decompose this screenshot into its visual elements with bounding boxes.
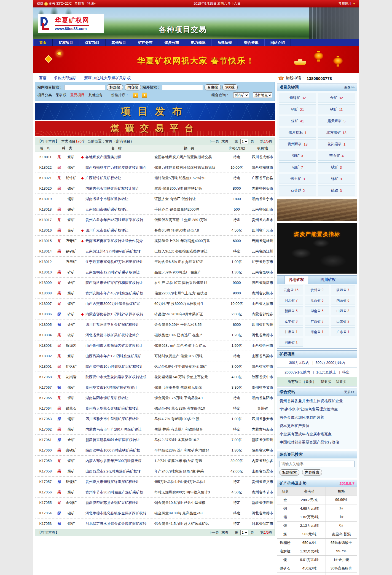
chevron-down-icon[interactable]: ▼ xyxy=(353,2,355,5)
keyword-item[interactable]: 露天煤矿 5 xyxy=(318,116,355,126)
region-item[interactable]: 甘肃省 1 xyxy=(279,327,303,336)
row-project-name[interactable]: 辽宁丹东市宽甸县67万吨石墨矿转让 xyxy=(85,259,154,264)
filter-link[interactable]: 项目分类 xyxy=(37,93,52,98)
news-item[interactable]: 资本竞逐矿产资源 xyxy=(279,422,355,430)
news-more-link[interactable]: 更多>> xyxy=(344,390,355,394)
row-project-name[interactable]: 内蒙古乌海市年产180万吨煤矿转让 xyxy=(85,427,154,432)
row-project-name[interactable]: 河北承德市隆化县银多金属矿探矿权转 xyxy=(85,511,154,516)
hot-link[interactable]: 求购大型煤矿 xyxy=(54,76,77,81)
region-item[interactable]: 新疆省 5 xyxy=(279,307,303,315)
search360-button[interactable]: 360搜 xyxy=(222,84,238,90)
region-item[interactable]: 山东省 2 xyxy=(331,317,355,326)
row-project-name[interactable]: 四川省雅安市中型铜矿探矿权转让 xyxy=(85,417,154,421)
region-item[interactable]: 陕西省 7 xyxy=(331,286,355,294)
keyword-item[interactable]: 钛矿 3 xyxy=(318,162,355,172)
row-project-name[interactable]: 陕西汉中市10万吨钼钒矿采矿权转让 xyxy=(85,364,154,369)
baidu-search-button[interactable]: 百度搜 xyxy=(205,84,221,90)
price-range-link[interactable]: 待定 xyxy=(338,370,349,375)
coal-indicator-image[interactable]: 煤炭产能置换指标 xyxy=(277,223,357,274)
row-project-name[interactable]: 山西古交市3000万吨储量焦煤矿采 xyxy=(85,301,154,306)
keyword-item[interactable]: 花岗岩矿 1 xyxy=(318,139,355,149)
tab-sichuan[interactable]: 四川矿权 xyxy=(316,276,340,284)
news-search-input[interactable] xyxy=(280,461,355,467)
nav-item[interactable]: 矿产分布 xyxy=(132,39,159,46)
row-project-name[interactable]: 贵州毕节市3亿吨煤矿探矿权转让 xyxy=(85,385,154,390)
row-project-name[interactable]: 云南省石膏矿采矿权转让或合作简介 xyxy=(85,238,154,243)
next-page-link[interactable]: 下一页 xyxy=(208,139,219,144)
page-select[interactable]: 1 xyxy=(240,139,248,144)
coal-trade-banner[interactable]: 煤礦交易平台 xyxy=(35,121,275,136)
keyword-item[interactable]: 铝土矿 3 xyxy=(279,174,316,184)
nav-item[interactable]: 其他项目 xyxy=(106,39,132,46)
content-search-button[interactable]: 内容搜 xyxy=(125,84,141,90)
row-project-name[interactable]: 云南怒江州4.3万吨锡钨矿采矿权转 xyxy=(85,249,154,254)
region-item[interactable]: 湖南省 5 xyxy=(305,307,329,315)
price-range-link[interactable]: 300万-2000万以内 xyxy=(311,360,345,365)
region-item[interactable]: 云南省 15 xyxy=(279,286,303,294)
news-item[interactable]: 中国拟对部分重要资源产品实行收储 xyxy=(279,438,355,447)
keyword-item[interactable]: 煤炭指标 1 xyxy=(279,128,316,138)
project-quick-link[interactable]: 我要买 xyxy=(321,379,331,384)
region-item[interactable]: 内蒙省 6 xyxy=(331,296,355,305)
mineral-type-select[interactable]: 所有矿 xyxy=(233,92,249,98)
open-pit-mine-image[interactable] xyxy=(277,199,357,221)
project-publish-banner[interactable]: 项目发布 xyxy=(35,103,275,120)
region-item[interactable]: 海南省 1 xyxy=(305,327,329,336)
row-project-name[interactable]: 山西吕梁市年产120万吨焦煤矿采矿 xyxy=(85,354,154,359)
keyword-item[interactable]: 钼矿 7 xyxy=(279,162,316,172)
region-item[interactable]: 江西省 6 xyxy=(305,296,329,305)
row-project-name[interactable]: 陕西汉中市大型花岗岩矿采矿权转让或 xyxy=(85,375,154,380)
row-project-name[interactable]: 湖南益阳市锑矿采矿权转让 xyxy=(85,396,154,401)
project-quick-link[interactable]: 所有项目（首页） xyxy=(288,379,316,384)
row-project-name[interactable]: 河北省承德市铁矿采矿权转让简介 xyxy=(85,333,154,338)
row-project-name[interactable]: 贵州安顺市年产45万吨焦煤矿采矿权 xyxy=(85,291,154,296)
nav-item[interactable]: 煤矿项目 xyxy=(79,39,106,46)
row-project-name[interactable]: 湖南省常宁市铜矿整体转让 xyxy=(85,197,154,201)
row-project-name[interactable]: 山西忻州市大型辉绿岩矿采矿权转让 xyxy=(85,343,154,348)
keyword-item[interactable]: 铜矿 21 xyxy=(279,104,316,114)
row-project-name[interactable]: 云南保山市锡矿采矿权转让 xyxy=(85,207,154,212)
nav-item[interactable]: 网站介绍 xyxy=(264,39,291,46)
nav-item[interactable]: 煤炭分布 xyxy=(159,39,185,46)
row-project-name[interactable]: 河北保定涞水县铝金多金属矿探矿权转 xyxy=(85,521,154,526)
location-select[interactable]: 选择地点 xyxy=(253,92,272,98)
row-project-name[interactable]: 陕西汉中市1000万吨硫铁矿采矿权 xyxy=(85,448,154,453)
quicklinks-menu[interactable]: 常用网址 xyxy=(339,1,352,6)
site-logo[interactable]: 华夏矿权网 www.88cc88.com xyxy=(38,14,104,33)
keyword-item[interactable]: 北方煤矿 13 xyxy=(318,128,355,138)
weather-detail-link[interactable]: 详细» xyxy=(87,1,96,6)
keyword-item[interactable]: 金矿 32 xyxy=(318,93,355,103)
festival-banner[interactable]: 华夏矿权网祝大家 春节快乐！ xyxy=(33,46,359,73)
region-item[interactable]: 广东省 1 xyxy=(331,327,355,336)
next-page-link[interactable]: 下一页 xyxy=(208,530,219,535)
title-search-button[interactable]: 标题搜 xyxy=(107,84,123,90)
nav-item[interactable]: 法律法规 xyxy=(211,39,238,46)
row-project-name[interactable]: 内蒙古鄂尔多斯年产300万吨露天煤 xyxy=(85,458,154,463)
hot-link[interactable]: 百度 xyxy=(39,76,47,81)
keyword-item[interactable]: 铁矿 11 xyxy=(318,104,355,114)
region-item[interactable]: 河南省 1 xyxy=(279,338,303,347)
news-item[interactable]: “停建小水电”让绿色发展理念落地生 xyxy=(279,405,355,413)
row-project-name[interactable]: 新疆特克斯县50吨金矿探矿权转让 xyxy=(85,437,154,442)
keyword-item[interactable]: 石英砂 2 xyxy=(279,186,316,195)
row-project-name[interactable]: 山西吕梁市2.2亿吨焦煤矿采矿权转 xyxy=(85,469,154,474)
sort-descending-button[interactable]: ▼ xyxy=(142,93,147,98)
row-project-name[interactable]: 四川甘孜州道孚县金矿探矿权转让 xyxy=(85,322,154,327)
keywords-more-link[interactable]: 更多>> xyxy=(344,85,355,90)
news-content-search-button[interactable]: 内容搜索 xyxy=(302,469,322,475)
keyword-item[interactable]: 煤矿 41 xyxy=(279,116,316,126)
price-range-link[interactable]: 300万元以内 xyxy=(289,360,309,365)
tab-all-regions[interactable]: 各地矿权 xyxy=(284,276,308,284)
keyword-item[interactable]: 铅锌矿 32 xyxy=(279,93,316,103)
keyword-item[interactable]: 锑矿 3 xyxy=(318,174,355,184)
nav-item[interactable]: 综合资讯 xyxy=(238,39,264,46)
news-item[interactable]: 小金属有望成年内金属市场亮点 xyxy=(279,430,355,438)
price-range-link[interactable]: 2000万-1亿以内 xyxy=(284,370,310,375)
keyword-item[interactable]: 贵州煤矿 18 xyxy=(279,139,316,149)
row-project-name[interactable]: 内蒙古包头市铁矿采矿权转让简介 xyxy=(85,186,154,191)
region-item[interactable]: 贵州省 9 xyxy=(305,286,329,294)
row-project-name[interactable]: 各地煤炭产能置换指标 xyxy=(85,155,154,160)
print-page-link[interactable]: 【打印本页】 xyxy=(37,530,59,535)
filter-link[interactable]: 其他业务 xyxy=(88,93,103,98)
row-project-name[interactable]: 贵州遵义市钼镍矿详查探矿权转让 xyxy=(85,479,154,484)
